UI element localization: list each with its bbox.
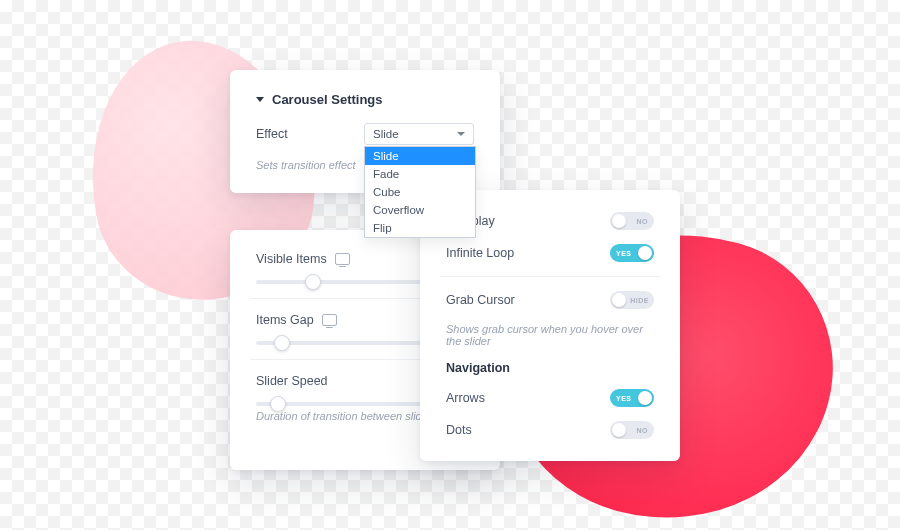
infinite-loop-toggle[interactable]: YES (610, 244, 654, 262)
effect-option-coverflow[interactable]: Coverflow (365, 201, 475, 219)
effect-option-flip[interactable]: Flip (365, 219, 475, 237)
items-gap-knob[interactable] (274, 335, 290, 351)
visible-items-knob[interactable] (305, 274, 321, 290)
carousel-settings-header[interactable]: Carousel Settings (256, 92, 474, 107)
divider (440, 276, 660, 277)
slider-speed-label: Slider Speed (256, 374, 328, 388)
dots-state: NO (637, 427, 649, 434)
toggle-dot (612, 293, 626, 307)
dots-row: Dots NO (446, 421, 654, 439)
toggle-dot (638, 246, 652, 260)
navigation-heading: Navigation (446, 361, 654, 375)
autoplay-state: NO (637, 218, 649, 225)
caret-down-icon (256, 97, 264, 102)
desktop-icon[interactable] (335, 253, 350, 265)
chevron-down-icon (457, 132, 465, 136)
toggle-dot (612, 423, 626, 437)
grab-cursor-description: Shows grab cursor when you hover over th… (446, 323, 654, 347)
desktop-icon[interactable] (322, 314, 337, 326)
grab-cursor-label: Grab Cursor (446, 293, 515, 307)
grab-cursor-state: HIDE (630, 297, 649, 304)
arrows-state: YES (616, 395, 632, 402)
arrows-label: Arrows (446, 391, 485, 405)
toggle-dot (612, 214, 626, 228)
autoplay-toggle[interactable]: NO (610, 212, 654, 230)
visible-items-label: Visible Items (256, 252, 327, 266)
items-gap-label: Items Gap (256, 313, 314, 327)
carousel-settings-panel: Carousel Settings Effect Slide Slide Fad… (230, 70, 500, 193)
dots-label: Dots (446, 423, 472, 437)
effect-option-slide[interactable]: Slide (365, 147, 475, 165)
dots-toggle[interactable]: NO (610, 421, 654, 439)
effect-dropdown: Slide Fade Cube Coverflow Flip (364, 146, 476, 238)
infinite-loop-state: YES (616, 250, 632, 257)
arrows-toggle[interactable]: YES (610, 389, 654, 407)
section-title: Carousel Settings (272, 92, 383, 107)
infinite-loop-label: Infinite Loop (446, 246, 514, 260)
arrows-row: Arrows YES (446, 389, 654, 407)
effect-row: Effect Slide Slide Fade Cube Coverflow F… (256, 123, 474, 145)
effect-label: Effect (256, 127, 288, 141)
autoplay-row: Autoplay NO (446, 212, 654, 230)
effect-option-fade[interactable]: Fade (365, 165, 475, 183)
infinite-loop-row: Infinite Loop YES (446, 244, 654, 262)
slider-speed-knob[interactable] (270, 396, 286, 412)
effect-selected-value: Slide (373, 128, 399, 140)
toggle-dot (638, 391, 652, 405)
effect-select[interactable]: Slide Slide Fade Cube Coverflow Flip (364, 123, 474, 145)
grab-cursor-row: Grab Cursor HIDE (446, 291, 654, 309)
grab-cursor-toggle[interactable]: HIDE (610, 291, 654, 309)
effect-option-cube[interactable]: Cube (365, 183, 475, 201)
